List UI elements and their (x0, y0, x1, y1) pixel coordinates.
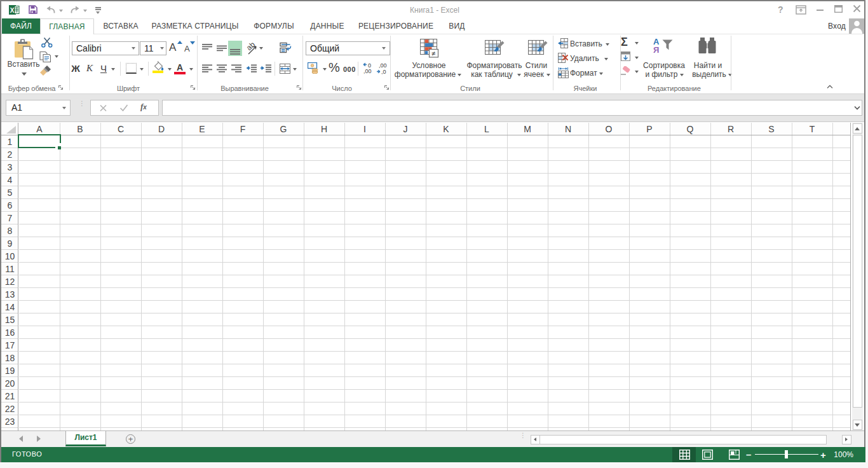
svg-text:≠: ≠ (431, 50, 435, 57)
svg-text:,00: ,00 (379, 62, 387, 69)
svg-text:X: X (10, 7, 15, 14)
svg-text:,00: ,00 (363, 68, 372, 74)
